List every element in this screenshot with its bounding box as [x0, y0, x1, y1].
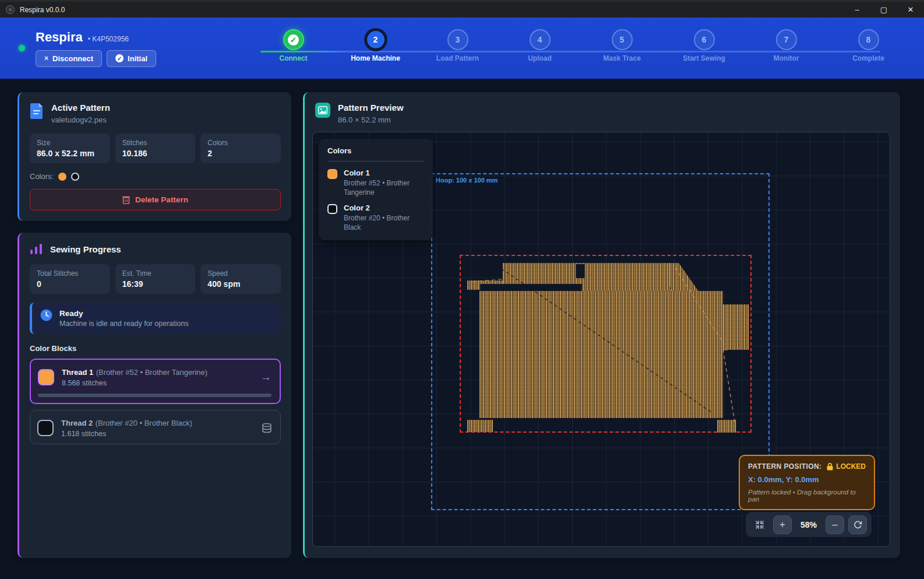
step-monitor[interactable]: 7 Monitor	[745, 29, 827, 70]
legend-name-2: Color 2	[344, 203, 424, 212]
stat-stitches: Stitches 10.186	[115, 134, 196, 163]
step-complete[interactable]: 8 Complete	[827, 29, 909, 70]
step-2-label: Home Machine	[351, 54, 400, 62]
step-6-label: Start Sewing	[683, 54, 725, 62]
speed-value: 400 spm	[207, 279, 274, 289]
stat-est-time: Est. Time 16:39	[115, 264, 196, 294]
step-5-circle[interactable]: 5	[612, 29, 633, 50]
thread-2-stitches: 1.618 stitches	[61, 430, 192, 438]
stat-stitches-label: Stitches	[122, 139, 189, 147]
zoom-in-button[interactable]: +	[773, 515, 792, 534]
step-mask-trace[interactable]: 5 Mask Trace	[581, 29, 663, 70]
step-3-label: Load Pattern	[436, 54, 479, 62]
step-3-circle[interactable]: 3	[447, 29, 468, 50]
step-1-label: Connect	[280, 54, 308, 62]
app-name: Respira	[36, 30, 83, 45]
legend-swatch-2	[327, 204, 337, 214]
minimize-button[interactable]: –	[844, 1, 870, 19]
est-time-value: 16:39	[122, 279, 189, 289]
pattern-canvas[interactable]: Hoop: 100 x 100 mm	[312, 132, 890, 547]
file-document-icon	[30, 103, 44, 119]
preview-title: Pattern Preview	[338, 103, 404, 113]
step-8-circle[interactable]: 8	[858, 29, 879, 50]
fit-to-view-button[interactable]	[750, 515, 769, 534]
title-bar: Respira v0.0.0 – ▢ ✕	[0, 0, 924, 17]
legend-color-1: Color 1 Brother #52 • Brother Tangerine	[327, 169, 424, 197]
step-connect[interactable]: ✓ Connect	[252, 29, 334, 70]
total-stitches-label: Total Stitches	[37, 269, 103, 278]
step-load-pattern[interactable]: 3 Load Pattern	[417, 29, 499, 70]
total-stitches-value: 0	[37, 279, 103, 289]
reset-view-button[interactable]	[848, 515, 867, 534]
clock-icon	[40, 309, 52, 321]
connection-status-dot	[19, 45, 25, 51]
disconnect-button[interactable]: × Disconnect	[36, 50, 102, 67]
zoom-level: 58%	[796, 520, 821, 529]
colors-legend-panel: Colors Color 1 Brother #52 • Brother Tan…	[319, 139, 433, 240]
lock-icon	[827, 463, 833, 471]
thread-1-swatch	[38, 369, 54, 385]
pattern-preview-card: Pattern Preview 86.0 × 52.2 mm Hoop: 100…	[303, 92, 900, 558]
position-title: PATTERN POSITION:	[748, 462, 821, 471]
pattern-bounds[interactable]	[460, 255, 752, 433]
step-home-machine[interactable]: 2 Home Machine	[334, 29, 417, 70]
thread-1-detail: (Brother #52 • Brother Tangerine)	[96, 368, 207, 377]
refresh-icon	[854, 520, 862, 529]
active-pattern-card: Active Pattern valetudogv2.pes Size 86.0…	[17, 92, 291, 221]
stat-colors: Colors 2	[200, 134, 281, 163]
position-hint: Pattern locked • Drag background to pan	[748, 489, 866, 503]
bar-chart-icon	[30, 243, 43, 255]
step-2-circle[interactable]: 2	[365, 29, 386, 50]
sewing-progress-card: Sewing Progress Total Stitches 0 Est. Ti…	[17, 233, 291, 558]
machine-status-banner: Ready Machine is idle and ready for oper…	[30, 303, 281, 334]
step-7-label: Monitor	[774, 54, 799, 62]
step-4-label: Upload	[528, 54, 552, 62]
thread-2-name: Thread 2	[61, 419, 93, 427]
stat-size-label: Size	[37, 139, 103, 147]
zoom-out-button[interactable]: –	[826, 515, 844, 534]
status-text: Machine is idle and ready for operations	[59, 320, 189, 328]
est-time-label: Est. Time	[122, 269, 189, 278]
thread-2-swatch	[37, 420, 54, 436]
step-upload[interactable]: 4 Upload	[499, 29, 581, 70]
sewing-progress-title: Sewing Progress	[50, 244, 121, 254]
locked-label: LOCKED	[836, 462, 866, 471]
stat-size-value: 86.0 x 52.2 mm	[37, 149, 103, 158]
delete-pattern-button[interactable]: Delete Pattern	[30, 189, 281, 210]
close-button[interactable]: ✕	[897, 1, 924, 19]
maximize-button[interactable]: ▢	[870, 1, 897, 19]
preview-dimensions: 86.0 × 52.2 mm	[338, 115, 404, 124]
step-1-circle[interactable]: ✓	[283, 29, 304, 50]
colors-label: Colors:	[30, 172, 54, 181]
check-circle-icon: ✓	[115, 54, 124, 62]
step-7-circle[interactable]: 7	[776, 29, 797, 50]
thread-1-name: Thread 1	[62, 368, 93, 377]
legend-desc-2: Brother #20 • Brother Black	[344, 214, 424, 232]
stat-colors-value: 2	[207, 149, 274, 158]
step-4-circle[interactable]: 4	[530, 29, 551, 50]
pattern-position-overlay: PATTERN POSITION: LOCKED X: 0.0mm, Y: 0.…	[739, 455, 875, 510]
checkmark-icon: ✓	[288, 34, 299, 45]
step-6-circle[interactable]: 6	[694, 29, 715, 50]
color-dot-black	[71, 173, 79, 181]
step-start-sewing[interactable]: 6 Start Sewing	[663, 29, 745, 70]
stat-total-stitches: Total Stitches 0	[30, 264, 110, 294]
stat-speed: Speed 400 spm	[200, 264, 281, 294]
collapse-arrows-icon	[755, 520, 764, 529]
legend-swatch-1	[327, 169, 337, 179]
pattern-filename: valetudogv2.pes	[51, 115, 110, 124]
legend-desc-1: Brother #52 • Brother Tangerine	[344, 179, 424, 197]
thread-1-stitches: 8.568 stitches	[62, 379, 207, 387]
delete-pattern-label: Delete Pattern	[135, 195, 188, 204]
initial-button[interactable]: ✓ Initial	[107, 50, 156, 67]
arrow-right-icon: →	[260, 371, 271, 384]
thread-1-block[interactable]: Thread 1 (Brother #52 • Brother Tangerin…	[30, 359, 281, 404]
locked-badge: LOCKED	[827, 462, 866, 471]
thread-2-block[interactable]: Thread 2 (Brother #20 • Brother Black) 1…	[30, 410, 281, 444]
stat-colors-label: Colors	[207, 139, 274, 147]
initial-label: Initial	[128, 54, 147, 63]
step-5-label: Mask Trace	[603, 54, 641, 62]
position-coordinates: X: 0.0mm, Y: 0.0mm	[748, 475, 866, 484]
legend-name-1: Color 1	[344, 169, 424, 177]
app-icon	[6, 5, 15, 14]
